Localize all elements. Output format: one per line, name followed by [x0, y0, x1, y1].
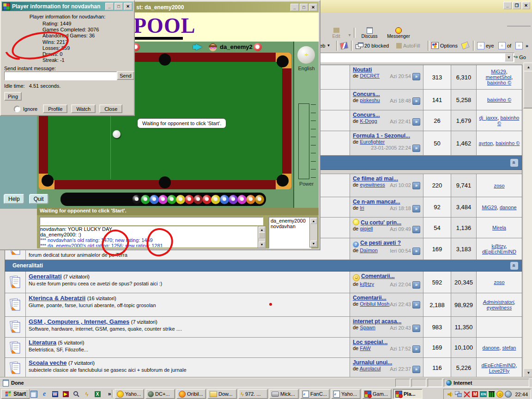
player-list-item[interactable]: novdavhan	[271, 224, 309, 229]
moderator-link[interactable]: dj_jaxxx	[479, 115, 498, 121]
moderator-link[interactable]: dEpEchEmIND	[481, 363, 515, 368]
author-link[interactable]: D€CR€T	[360, 73, 380, 79]
chat-scrollbar[interactable]: ▲ ▼	[258, 226, 266, 248]
last-post-topic-link[interactable]: Ce filme ati mai...	[353, 175, 398, 182]
goto-last-post-icon[interactable]: »	[412, 345, 420, 353]
collapse-button[interactable]: «	[510, 262, 518, 270]
minimize-button[interactable]: _	[503, 2, 512, 9]
restore-button[interactable]: ❐	[513, 2, 521, 9]
taskbar-button-pla[interactable]: Pla...	[393, 389, 423, 399]
close-button[interactable]: ✕	[522, 2, 530, 9]
last-post-topic-link[interactable]: Ce pesti aveti ?	[360, 240, 401, 246]
moderator-link[interactable]: Mirela	[492, 225, 506, 230]
timer-icon[interactable]	[505, 391, 512, 398]
taskbar-button-fanc[interactable]: eFanC...	[300, 389, 330, 399]
m-badge-icon[interactable]: M	[472, 391, 478, 398]
last-post-topic-link[interactable]: Concurs...	[353, 91, 380, 97]
goto-last-post-icon[interactable]: »	[412, 205, 420, 212]
taskbar-button-dow[interactable]: Dow...	[207, 389, 237, 399]
power-meter[interactable]	[298, 103, 309, 179]
goto-last-post-icon[interactable]: »	[412, 182, 420, 189]
watch-button[interactable]: Watch	[71, 104, 96, 113]
media-icon[interactable]: ▶	[61, 390, 70, 398]
vertical-scrollbar[interactable]: ▲ ▼	[523, 62, 532, 378]
author-link[interactable]: eyewitness	[360, 182, 385, 187]
go-button[interactable]: ↪ Go	[514, 53, 531, 61]
send-button[interactable]: Send	[117, 71, 134, 80]
moderator-link[interactable]: zoso	[494, 279, 504, 285]
moderator-link[interactable]: danone	[500, 205, 517, 210]
taskbar-button-oribil[interactable]: Oribil...	[176, 389, 206, 399]
author-link[interactable]: gigiell	[360, 226, 373, 231]
scroll-thumb[interactable]	[523, 71, 532, 109]
instant-message-input[interactable]	[4, 72, 117, 80]
author-link[interactable]: FAW	[360, 345, 370, 351]
moderator-link[interactable]: ayrton	[479, 140, 493, 146]
offline-icon[interactable]	[463, 391, 470, 398]
moderator-link[interactable]: Administratori	[483, 299, 514, 305]
last-post-topic-link[interactable]: Formula 1 - Sezonul...	[353, 133, 410, 139]
close-button[interactable]: ✕	[124, 3, 132, 10]
moderator-link[interactable]: baixinho ©	[497, 115, 519, 126]
scroll-thumb[interactable]	[259, 232, 265, 238]
forum-name-link[interactable]: GSM , Computers , Internet, Games	[29, 318, 129, 325]
volume-icon[interactable]	[447, 391, 453, 398]
last-post-topic-link[interactable]: Loc special...	[353, 339, 387, 345]
goto-last-post-icon[interactable]: »	[412, 281, 420, 289]
internet-explorer-icon[interactable]: e	[40, 390, 48, 398]
goto-last-post-icon[interactable]: »	[412, 118, 420, 126]
goto-last-post-icon[interactable]: »	[412, 248, 420, 255]
taskbar-button-yaho[interactable]: Yaho...	[115, 389, 144, 399]
author-link[interactable]: Aurolacul	[360, 366, 381, 371]
maximize-button[interactable]: □	[115, 3, 123, 10]
equalizer-icon[interactable]	[488, 391, 495, 398]
chat-input[interactable]	[40, 217, 263, 225]
last-post-topic-link[interactable]: Jurnalul unui...	[353, 359, 392, 366]
toolbar-overflow-chevron[interactable]: »	[526, 42, 528, 49]
discuss-button[interactable]: Discuss	[357, 27, 381, 39]
search-icon[interactable]	[72, 390, 80, 398]
last-post-topic-link[interactable]: Comentarii...	[361, 273, 395, 279]
goto-last-post-icon[interactable]: »	[412, 325, 420, 332]
author-link[interactable]: k@tzy	[360, 281, 374, 287]
moderator-link[interactable]: baixinho ©	[496, 140, 520, 146]
forum-name-link[interactable]: Scoala veche	[29, 359, 66, 366]
moderator-link[interactable]: zoso	[494, 183, 504, 188]
scroll-down-button[interactable]: ▼	[523, 368, 532, 378]
maximize-button[interactable]: □	[300, 4, 308, 11]
author-link[interactable]: piskeshu	[360, 97, 380, 103]
show-desktop-icon[interactable]	[30, 390, 38, 398]
yahoo-smiley-icon[interactable]: ☺	[496, 391, 503, 398]
player-list-scrollbar[interactable]: ▲ ▼	[309, 217, 318, 248]
moderator-link[interactable]: k@tzy	[492, 243, 506, 249]
moderator-link[interactable]: danone	[483, 345, 500, 351]
moderator-link[interactable]: baixinho ©	[487, 97, 511, 103]
edit-button[interactable]: Edit	[326, 27, 346, 39]
goto-last-post-icon[interactable]: »	[412, 73, 420, 80]
excel-icon[interactable]: X	[93, 390, 102, 398]
taskbar-button-yaho[interactable]: eYaho...	[331, 389, 361, 399]
taskbar-button-mick[interactable]: Mick...	[269, 389, 299, 399]
goto-last-post-icon[interactable]: »	[412, 97, 420, 105]
messenger-button[interactable]: Messenger	[383, 27, 414, 39]
options-button[interactable]: Options	[431, 42, 458, 49]
author-link[interactable]: Daïmon	[360, 248, 378, 253]
moderator-link[interactable]: Love2Fly	[489, 368, 510, 374]
close-button[interactable]: ✕	[309, 4, 317, 11]
moderator-link[interactable]: baixinho ©	[487, 80, 511, 85]
popup-blocked-button[interactable]: 20 blocked	[356, 42, 389, 49]
cue-ball[interactable]	[113, 130, 121, 138]
close-button[interactable]: Close	[99, 104, 122, 113]
taskbar-button-gam[interactable]: Gam...	[362, 389, 392, 399]
word-find-more-button[interactable]: ○	[515, 42, 523, 49]
collapse-button[interactable]: «	[510, 159, 518, 167]
google-news-icon[interactable]	[340, 42, 348, 49]
profile-button[interactable]: Profile	[43, 104, 67, 113]
minimize-button[interactable]: _	[105, 3, 114, 10]
scroll-down-button[interactable]: ▼	[310, 241, 317, 247]
winamp-icon[interactable]: ϟ	[83, 390, 91, 398]
scroll-down-button[interactable]: ▼	[259, 242, 265, 248]
edit-dropdown[interactable]: ▾	[347, 27, 352, 39]
moderator-link[interactable]: MiG29	[491, 69, 506, 74]
goto-last-post-icon[interactable]: »	[412, 226, 420, 233]
